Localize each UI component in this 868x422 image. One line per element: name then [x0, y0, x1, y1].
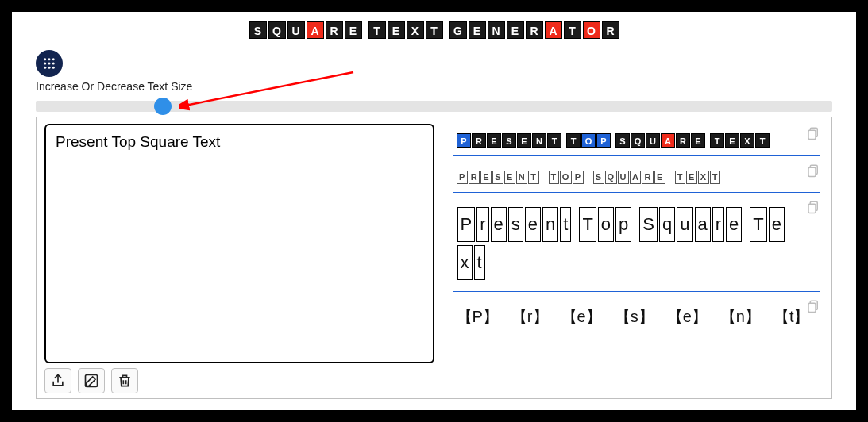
text-input[interactable]	[56, 133, 423, 354]
copy-icon	[806, 163, 820, 178]
copy-button[interactable]	[806, 298, 820, 314]
svg-rect-17	[808, 303, 816, 312]
trash-icon	[117, 373, 133, 389]
svg-point-1	[48, 58, 51, 60]
share-button[interactable]	[44, 368, 71, 393]
output-style-3: PresentTopSquareText	[453, 198, 821, 292]
slider-thumb[interactable]	[154, 98, 172, 115]
main-panel: PRESENTTOPSQUARETEXT PRESENTTOPSQUARETEX…	[36, 117, 832, 399]
copy-icon	[806, 199, 820, 215]
output-list[interactable]: PRESENTTOPSQUARETEXT PRESENTTOPSQUARETEX…	[453, 124, 824, 363]
copy-button[interactable]	[806, 163, 820, 178]
output-style-2: PRESENTTOPSQUARETEXT	[453, 161, 821, 193]
svg-rect-11	[808, 130, 816, 139]
svg-point-0	[44, 58, 46, 60]
copy-button[interactable]	[806, 199, 820, 215]
svg-point-8	[52, 67, 55, 69]
svg-rect-18	[86, 375, 98, 387]
trash-button[interactable]	[111, 368, 138, 393]
toolbar	[44, 363, 824, 393]
svg-point-4	[48, 63, 51, 65]
copy-icon	[806, 125, 820, 141]
edit-button[interactable]	[78, 368, 105, 393]
input-container	[44, 124, 434, 363]
grid-button[interactable]	[36, 50, 63, 77]
svg-rect-15	[808, 204, 816, 213]
svg-point-3	[44, 63, 46, 65]
app-title: SQUARETEXTGENERATOR	[26, 21, 842, 39]
copy-button[interactable]	[806, 125, 820, 141]
edit-icon	[83, 373, 99, 389]
svg-point-7	[48, 67, 51, 69]
copy-icon	[806, 298, 820, 314]
text-size-slider[interactable]	[36, 101, 832, 112]
grid-icon	[42, 56, 56, 71]
share-icon	[50, 373, 66, 389]
output-style-1: PRESENTTOPSQUARETEXT	[453, 124, 821, 156]
output-style-4: 【P】【r】【e】【s】【e】【n】【t】【T】	[453, 297, 821, 336]
svg-point-2	[52, 58, 55, 60]
svg-rect-13	[808, 167, 816, 176]
svg-point-6	[44, 67, 46, 69]
slider-label: Increase Or Decrease Text Size	[36, 80, 192, 93]
svg-point-5	[52, 63, 55, 65]
